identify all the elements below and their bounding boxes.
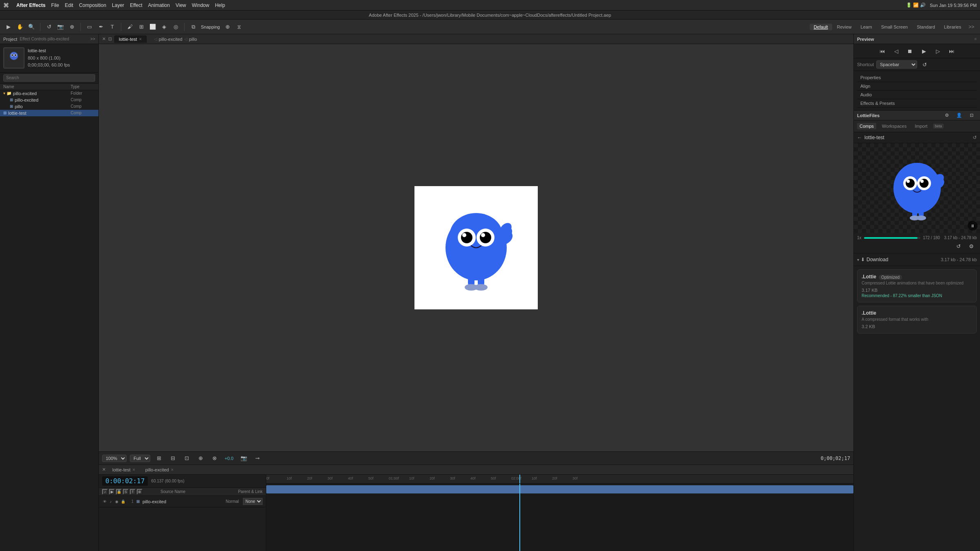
workspace-libraries[interactable]: Libraries: [940, 24, 965, 30]
stop-btn-r[interactable]: ⏹: [905, 47, 915, 56]
align-label[interactable]: Align: [857, 82, 977, 91]
breadcrumb-1[interactable]: pillo-excited: [159, 37, 183, 42]
tab-close-0[interactable]: ✕: [139, 37, 142, 41]
settings-btn2[interactable]: ⚙: [966, 242, 977, 251]
preview-progress[interactable]: [864, 237, 921, 239]
lottie-tab-workspaces[interactable]: Workspaces: [880, 123, 909, 129]
timeline-tab-0[interactable]: lottie-test ✕: [109, 467, 139, 473]
properties-label[interactable]: Properties: [857, 73, 977, 82]
eraser-tool[interactable]: ⬜: [147, 22, 158, 31]
menu-effect[interactable]: Effect: [130, 2, 142, 8]
step-back-btn-r[interactable]: ◁: [891, 47, 902, 56]
layer-audio-btn[interactable]: ♪: [108, 499, 113, 504]
puppet-tool[interactable]: ◎: [170, 22, 181, 31]
preview-menu-icon[interactable]: ≡: [974, 37, 977, 41]
lottie-refresh-btn[interactable]: ↺: [973, 135, 977, 140]
layer-row-0[interactable]: 👁 ♪ ◉ 🔒 1 ⊞ pillo-excited Normal: [99, 496, 266, 507]
zoom-select[interactable]: 100%: [102, 455, 127, 462]
timecode-display[interactable]: 0:00:02:17: [102, 476, 148, 486]
zoom-tool[interactable]: 🔍: [26, 22, 37, 31]
timeline-tab-1[interactable]: pillo-excited ✕: [142, 467, 177, 473]
workspace-standard[interactable]: Standard: [913, 24, 939, 30]
timeline-tab-close-0[interactable]: ✕: [132, 468, 136, 472]
effects-presets-label[interactable]: Effects & Presets: [857, 99, 977, 108]
step-fwd-btn-r[interactable]: ▷: [933, 47, 943, 56]
lottie-tab-import[interactable]: Import: [912, 123, 930, 129]
menu-view[interactable]: View: [176, 2, 186, 8]
shortcut-select[interactable]: Spacebar: [876, 60, 917, 69]
lottie-tab-comps[interactable]: Comps: [857, 123, 876, 129]
comp-snapshot-icon[interactable]: ⊡: [108, 36, 112, 42]
menu-file[interactable]: File: [51, 2, 59, 8]
comp-tab-0[interactable]: lottie-test ✕: [114, 36, 147, 43]
project-search-input[interactable]: [3, 74, 95, 82]
quality-select[interactable]: Full: [130, 455, 150, 462]
file-item-folder[interactable]: ▾ 📁 pillo-excited Folder: [0, 90, 98, 97]
camera-tool[interactable]: 📷: [55, 22, 66, 31]
snapping-toggle[interactable]: ⊕: [223, 22, 233, 31]
workspace-smallscreen[interactable]: Small Screen: [877, 24, 912, 30]
layer-btn-video[interactable]: ▶: [109, 489, 115, 495]
format-item-0[interactable]: .Lottie Optimized Compressed Lottie anim…: [857, 269, 977, 302]
file-item-lottie[interactable]: ⊞ lottie-test Comp: [0, 110, 98, 116]
viewer-camera-btn[interactable]: 📷: [238, 454, 249, 463]
playhead[interactable]: [519, 484, 520, 551]
selection-tool[interactable]: ▶: [3, 22, 14, 31]
last-frame-btn[interactable]: ⏭: [947, 47, 957, 56]
apple-menu[interactable]: ⌘: [3, 2, 9, 9]
loop-btn[interactable]: ↺: [953, 242, 964, 251]
layer-btn-effect[interactable]: f: [130, 489, 136, 495]
pen-tool[interactable]: ✒: [96, 22, 106, 31]
text-tool[interactable]: T: [107, 22, 118, 31]
layer-solo-btn[interactable]: ◉: [114, 499, 119, 504]
lottie-user-btn[interactable]: 👤: [954, 111, 964, 120]
file-item-comp1[interactable]: ⊞ pillo-excited Comp: [0, 97, 98, 103]
format-item-1[interactable]: .Lottie A compressed format that works w…: [857, 306, 977, 333]
rotate-tool[interactable]: ↺: [44, 22, 54, 31]
layer-lock-btn[interactable]: 🔒: [120, 499, 125, 504]
layer-btn-lock[interactable]: 🔒: [116, 489, 122, 495]
audio-label[interactable]: Audio: [857, 91, 977, 99]
parent-select[interactable]: None: [243, 498, 263, 505]
hand-tool[interactable]: ✋: [15, 22, 25, 31]
file-item-comp2[interactable]: ⊞ pillo Comp: [0, 103, 98, 110]
menu-help[interactable]: Help: [215, 2, 225, 8]
more-snapping[interactable]: ⧖: [234, 22, 245, 31]
layer-eye-btn[interactable]: 👁: [102, 499, 107, 504]
timeline-close[interactable]: ✕: [102, 467, 106, 472]
menu-window[interactable]: Window: [192, 2, 209, 8]
breadcrumb-2[interactable]: pillo: [189, 37, 197, 42]
prev-frame-btn[interactable]: ⏮: [877, 47, 888, 56]
viewer-snap-btn[interactable]: ⊗: [209, 454, 220, 463]
preview-play-overlay[interactable]: ⏸: [968, 221, 978, 231]
timeline-tab-close-1[interactable]: ✕: [171, 468, 174, 472]
menu-edit[interactable]: Edit: [65, 2, 74, 8]
lottie-expand-btn[interactable]: ⊡: [966, 111, 977, 120]
shortcut-refresh[interactable]: ↺: [920, 60, 930, 69]
track-bar-0[interactable]: [266, 485, 853, 493]
viewer-3d-btn[interactable]: ⊡: [181, 454, 192, 463]
viewer-flow-btn[interactable]: ⊸: [252, 454, 263, 463]
layer-btn-audio[interactable]: ♪: [102, 489, 108, 495]
pan-behind-tool[interactable]: ⊕: [67, 22, 77, 31]
panel-expand-btn[interactable]: >>: [90, 37, 95, 41]
layer-link-select[interactable]: None: [243, 498, 263, 505]
play-btn-r[interactable]: ▶: [919, 47, 929, 56]
lottie-settings-btn[interactable]: ⚙: [942, 111, 952, 120]
clone-tool[interactable]: ⊞: [136, 22, 147, 31]
layer-btn-more[interactable]: ⊕: [137, 489, 143, 495]
brush-tool[interactable]: 🖌: [125, 22, 135, 31]
menu-composition[interactable]: Composition: [79, 2, 106, 8]
download-row[interactable]: ▾ ⬇ Download 3.17 kb - 24.78 kb: [857, 257, 977, 262]
app-name[interactable]: After Effects: [16, 2, 45, 8]
viewer-grid-btn[interactable]: ⊞: [154, 454, 164, 463]
workspace-review[interactable]: Review: [833, 24, 856, 30]
workspace-learn[interactable]: Learn: [857, 24, 876, 30]
layer-btn-solo[interactable]: S: [123, 489, 129, 495]
workspace-more[interactable]: >>: [966, 23, 977, 31]
roto-tool[interactable]: ◈: [159, 22, 169, 31]
lottie-back-btn[interactable]: ←: [857, 135, 862, 140]
comp-close-icon[interactable]: ✕: [102, 36, 106, 42]
viewer-overlay-btn[interactable]: ⊟: [167, 454, 178, 463]
menu-animation[interactable]: Animation: [148, 2, 170, 8]
